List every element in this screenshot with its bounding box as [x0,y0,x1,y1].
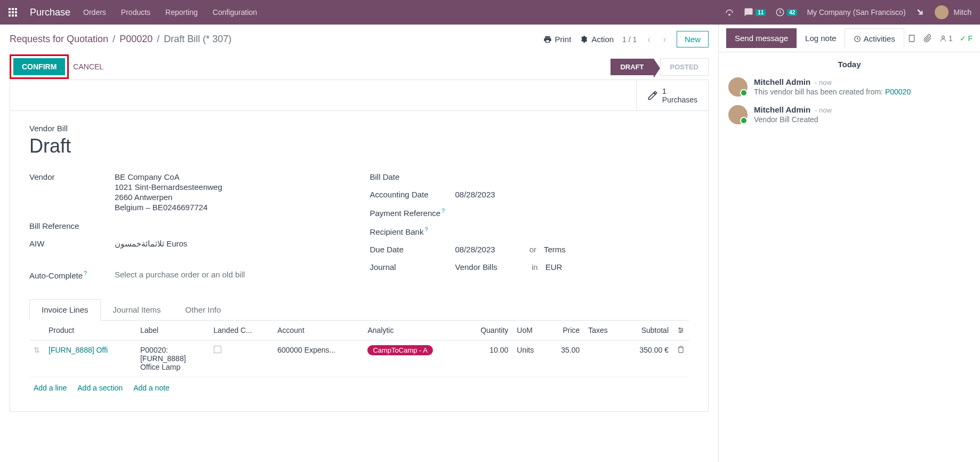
apps-icon[interactable] [9,8,17,17]
accounting-date-field[interactable]: 08/28/2023 [455,190,689,199]
menu-configuration[interactable]: Configuration [213,8,257,17]
menu-products[interactable]: Products [121,8,150,17]
vendor-label: Vendor [29,172,115,213]
col-uom[interactable]: UoM [512,321,547,340]
bill-date-field[interactable] [455,172,689,181]
aiw-label: AIW [29,239,115,249]
print-button[interactable]: Print [543,35,572,44]
help-icon[interactable]: ? [84,270,87,276]
book-icon[interactable] [907,34,916,43]
cell-product[interactable]: [FURN_8888] Offi [44,340,136,377]
app-name[interactable]: Purchase [30,7,70,18]
cell-qty[interactable]: 10.00 [463,340,512,377]
help-icon[interactable]: ? [424,226,428,233]
cancel-button[interactable]: CANCEL [73,62,103,71]
send-message-button[interactable]: Send message [726,28,797,48]
log-author[interactable]: Mitchell Admin [754,105,810,114]
analytic-tag[interactable]: CampToCamp - A [367,345,433,355]
bill-date-label: Bill Date [370,172,455,181]
col-subtotal[interactable]: Subtotal [622,321,673,340]
cell-account[interactable]: 600000 Expens... [273,340,363,377]
checkbox[interactable] [214,346,221,353]
due-date-field[interactable]: 08/28/2023 or Terms [455,245,689,254]
cell-label[interactable]: P00020: [FURN_8888] Office Lamp [136,340,210,377]
cell-landed[interactable] [210,340,274,377]
col-taxes[interactable]: Taxes [584,321,622,340]
follow-button[interactable]: ✓ F [960,34,973,43]
table-row[interactable]: ⇅ [FURN_8888] Offi P00020: [FURN_8888] O… [29,340,689,377]
messages-icon[interactable]: 11 [744,7,766,17]
tab-invoice-lines[interactable]: Invoice Lines [29,299,101,321]
journal-field[interactable]: Vendor Bills in EUR [455,262,689,272]
cell-taxes[interactable] [584,340,622,377]
crumb-po[interactable]: P00020 [119,34,152,45]
avatar [935,5,949,19]
cell-subtotal: 350.00 € [622,340,673,377]
user-name: Mitch [954,8,971,17]
log-link[interactable]: P00020 [885,87,911,96]
cell-analytic[interactable]: CampToCamp - A [363,340,463,377]
followers-button[interactable]: 1 [939,34,953,43]
stat-label: Purchases [662,95,697,104]
confirm-button[interactable]: CONFIRM [13,58,65,75]
action-button[interactable]: Action [580,35,614,44]
stat-count: 1 [662,86,697,95]
support-icon[interactable] [725,7,734,17]
help-icon[interactable]: ? [441,208,445,214]
cell-uom[interactable]: Units [512,340,547,377]
user-menu[interactable]: Mitch [935,5,971,19]
chatter: Send message Log note Activities 1 ✓ F T… [719,25,980,462]
crumb-rfq[interactable]: Requests for Quotation [10,34,108,45]
add-line-link[interactable]: Add a line [34,384,67,392]
debug-icon[interactable] [915,7,925,17]
form-view: Requests for Quotation / P00020 / Draft … [0,25,719,462]
avatar[interactable] [728,77,748,97]
add-note-link[interactable]: Add a note [133,384,170,392]
menu-reporting[interactable]: Reporting [165,8,198,17]
col-label[interactable]: Label [136,321,210,340]
next-icon[interactable]: › [661,35,668,44]
action-bar: CONFIRM CANCEL DRAFT POSTED [0,54,718,79]
company-switcher[interactable]: My Company (San Francisco) [807,8,905,17]
attachment-icon[interactable] [923,34,932,43]
log-note-button[interactable]: Log note [797,28,845,48]
confirm-highlight: CONFIRM [10,54,69,79]
activities-button[interactable]: Activities [845,28,904,49]
log-entry: Mitchell Admin - now Vendor Bill Created [719,101,980,129]
cell-price[interactable]: 35.00 [547,340,584,377]
status-draft[interactable]: DRAFT [611,59,653,75]
crumb-active: Draft Bill (* 307) [164,34,231,45]
col-landed[interactable]: Landed C... [210,321,274,340]
purchases-stat-button[interactable]: 1 Purchases [636,80,708,110]
top-menu: Orders Products Reporting Configuration [83,8,257,17]
add-section-link[interactable]: Add a section [77,384,123,392]
vendor-field[interactable]: BE Company CoA 1021 Sint-Bernardsesteenw… [115,172,349,213]
aiw-field[interactable]: ثلاثمائةخمسون Euros [115,239,349,249]
log-author[interactable]: Mitchell Admin [754,77,810,86]
payment-ref-field[interactable] [455,208,689,218]
avatar[interactable] [728,105,748,124]
activities-icon[interactable]: 42 [775,7,797,17]
doc-title[interactable]: Draft [29,135,689,157]
recipient-bank-field[interactable] [455,226,689,236]
col-analytic[interactable]: Analytic [363,321,463,340]
autocomplete-field[interactable]: Select a purchase order or an old bill [115,270,349,280]
tab-journal-items[interactable]: Journal Items [101,299,173,320]
col-qty[interactable]: Quantity [463,321,512,340]
col-product[interactable]: Product [44,321,136,340]
new-button[interactable]: New [677,31,709,47]
tab-other-info[interactable]: Other Info [173,299,234,320]
due-date-label: Due Date [370,245,455,254]
svg-point-0 [729,14,730,15]
status-posted[interactable]: POSTED [660,58,709,76]
col-account[interactable]: Account [273,321,363,340]
columns-settings-icon[interactable] [677,326,685,334]
log-time: - now [815,106,832,114]
prev-icon[interactable]: ‹ [645,35,652,44]
menu-orders[interactable]: Orders [83,8,106,17]
col-price[interactable]: Price [547,321,584,340]
drag-handle-icon[interactable]: ⇅ [34,346,40,354]
autocomplete-label: Auto-Complete? [29,270,115,280]
bill-ref-field[interactable] [115,221,349,230]
delete-line-icon[interactable] [677,346,685,353]
